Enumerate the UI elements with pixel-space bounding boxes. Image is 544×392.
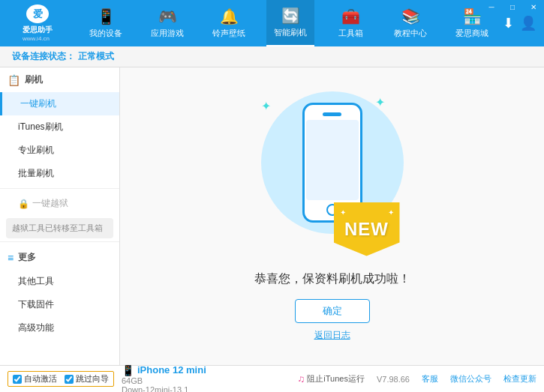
sidebar-locked-label: 一键越狱 <box>32 197 68 210</box>
itunes-icon: ♫ <box>298 373 305 385</box>
logo-area: 爱 爱思助手 www.i4.cn <box>0 0 75 46</box>
download-btn[interactable]: ⬇ <box>503 15 514 31</box>
sidebar-item-onekey-flash[interactable]: 一键刷机 <box>0 92 119 115</box>
auto-activate-checkbox[interactable]: 自动激活 <box>13 373 57 385</box>
more-section-icon: ≡ <box>8 252 14 264</box>
ringtone-icon: 🔔 <box>220 7 239 25</box>
sidebar-notice: 越狱工具已转移至工具箱 <box>6 218 113 238</box>
device-storage: 64GB <box>122 376 206 385</box>
phone-icon: 📱 <box>122 364 134 376</box>
wechat-official-link[interactable]: 微信公众号 <box>450 373 491 385</box>
sidebar-item-pro-flash[interactable]: 专业刷机 <box>0 139 119 162</box>
sidebar-item-other-tools[interactable]: 其他工具 <box>0 270 119 293</box>
device-icon: 📱 <box>97 7 116 25</box>
minimize-button[interactable]: ─ <box>481 0 502 13</box>
nav-apps-games[interactable]: 🎮 应用游戏 <box>143 0 191 46</box>
status-label: 设备连接状态： <box>12 50 75 63</box>
skip-wizard-checkbox[interactable]: 跳过向导 <box>65 373 109 385</box>
device-fw: Down-12mini-13,1 <box>122 385 206 393</box>
new-text: NEW <box>344 219 389 240</box>
top-right-controls: ⬇ 👤 <box>503 15 544 31</box>
logo-text: 爱思助手 www.i4.cn <box>23 25 53 42</box>
bottom-checkboxes: 自动激活 跳过向导 <box>8 371 114 387</box>
flash-icon: 🔄 <box>281 7 300 25</box>
new-badge: ✦ NEW ✦ <box>334 202 400 256</box>
close-button[interactable]: ✕ <box>523 0 544 13</box>
sidebar-section-flash-label: 刷机 <box>25 73 43 86</box>
window-controls: ─ □ ✕ <box>481 0 544 13</box>
phone-screen <box>306 120 359 200</box>
content-area: ✦ ✦ ✦ NEW ✦ 恭喜您，保资料刷机成功啦 <box>120 67 544 365</box>
sidebar-locked-jailbreak: 🔒 一键越狱 <box>0 192 119 215</box>
main-area: 📋 刷机 一键刷机 iTunes刷机 专业刷机 批量刷机 🔒 一键越狱 越狱工具… <box>0 67 544 365</box>
top-nav-bar: 爱 爱思助手 www.i4.cn 📱 我的设备 🎮 应用游戏 🔔 铃声壁纸 🔄 <box>0 0 544 46</box>
auto-activate-label: 自动激活 <box>24 373 57 385</box>
star-left: ✦ <box>340 208 346 217</box>
sidebar-item-advanced[interactable]: 高级功能 <box>0 316 119 340</box>
version-text: V7.98.66 <box>377 375 410 384</box>
nav-items: 📱 我的设备 🎮 应用游戏 🔔 铃声壁纸 🔄 智能刷机 🧰 工具箱 📚 <box>75 0 503 46</box>
sidebar: 📋 刷机 一键刷机 iTunes刷机 专业刷机 批量刷机 🔒 一键越狱 越狱工具… <box>0 67 120 365</box>
auto-activate-input[interactable] <box>13 375 22 384</box>
tutorial-icon: 📚 <box>401 7 420 25</box>
sidebar-item-itunes-flash[interactable]: iTunes刷机 <box>0 115 119 139</box>
check-update-link[interactable]: 检查更新 <box>503 373 536 385</box>
bottom-right: ♫ 阻止iTunes运行 V7.98.66 客服 微信公众号 检查更新 <box>298 373 536 385</box>
sparkle-right: ✦ <box>375 95 385 109</box>
toolbox-icon: 🧰 <box>341 7 360 25</box>
sidebar-section-more: ≡ 更多 <box>0 245 119 270</box>
sidebar-item-batch-flash[interactable]: 批量刷机 <box>0 162 119 185</box>
return-link[interactable]: 返回日志 <box>314 329 350 342</box>
skip-wizard-label: 跳过向导 <box>76 373 109 385</box>
flash-section-icon: 📋 <box>8 74 20 86</box>
apps-icon: 🎮 <box>158 7 177 25</box>
device-info: 📱 iPhone 12 mini 64GB Down-12mini-13,1 <box>122 364 206 393</box>
itunes-running[interactable]: ♫ 阻止iTunes运行 <box>298 373 365 385</box>
lock-icon: 🔒 <box>18 199 29 209</box>
status-bar: 设备连接状态： 正常模式 <box>0 46 544 67</box>
sidebar-section-more-label: 更多 <box>18 251 36 264</box>
nav-ringtones[interactable]: 🔔 铃声壁纸 <box>205 0 253 46</box>
confirm-button[interactable]: 确定 <box>295 299 370 323</box>
sidebar-divider-2 <box>0 241 119 242</box>
phone-speaker <box>323 112 341 116</box>
nav-my-device[interactable]: 📱 我的设备 <box>82 0 130 46</box>
sparkle-left: ✦ <box>261 99 271 113</box>
sidebar-section-flash: 📋 刷机 <box>0 67 119 92</box>
nav-tutorial[interactable]: 📚 教程中心 <box>386 0 434 46</box>
store-icon: 🏪 <box>463 7 482 25</box>
logo-icon: 爱 <box>26 4 49 23</box>
nav-toolbox[interactable]: 🧰 工具箱 <box>328 0 373 46</box>
star-right: ✦ <box>388 208 394 217</box>
phone-illustration: ✦ ✦ ✦ NEW ✦ <box>257 91 407 256</box>
maximize-button[interactable]: □ <box>502 0 523 13</box>
device-name: iPhone 12 mini <box>137 364 206 376</box>
sidebar-divider-1 <box>0 188 119 189</box>
customer-service-link[interactable]: 客服 <box>422 373 438 385</box>
status-value: 正常模式 <box>78 50 114 63</box>
bottom-bar: 自动激活 跳过向导 📱 iPhone 12 mini 64GB Down-12m… <box>0 365 544 392</box>
skip-wizard-input[interactable] <box>65 375 74 384</box>
success-text: 恭喜您，保资料刷机成功啦！ <box>254 271 410 287</box>
nav-smart-flash[interactable]: 🔄 智能刷机 <box>266 0 314 46</box>
sidebar-item-download-fw[interactable]: 下载固件 <box>0 293 119 316</box>
new-badge-wrapper: ✦ NEW ✦ <box>334 202 400 256</box>
account-btn[interactable]: 👤 <box>520 15 536 31</box>
